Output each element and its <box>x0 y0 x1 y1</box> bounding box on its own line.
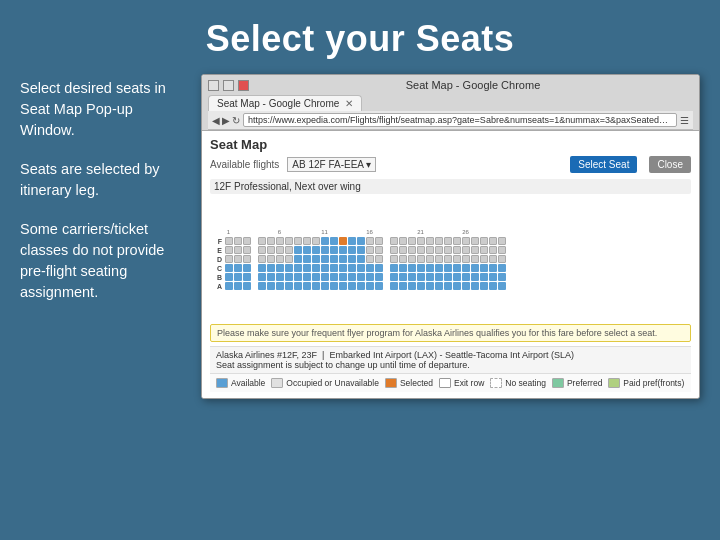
seat-cell[interactable] <box>339 255 347 263</box>
seat-cell[interactable] <box>426 282 434 290</box>
seat-cell[interactable] <box>366 273 374 281</box>
seat-cell[interactable] <box>462 246 470 254</box>
seat-cell[interactable] <box>462 273 470 281</box>
seat-cell[interactable] <box>435 273 443 281</box>
seat-cell[interactable] <box>303 237 311 245</box>
seat-cell[interactable] <box>243 237 251 245</box>
seat-cell[interactable] <box>321 237 329 245</box>
seat-cell[interactable] <box>321 264 329 272</box>
select-seat-button[interactable]: Select Seat <box>570 156 637 173</box>
seat-cell[interactable] <box>417 273 425 281</box>
seat-cell[interactable] <box>330 273 338 281</box>
flight-dropdown[interactable]: AB 12F FA-EEA ▾ <box>287 157 376 172</box>
seat-cell[interactable] <box>339 282 347 290</box>
seat-cell[interactable] <box>258 237 266 245</box>
seat-cell[interactable] <box>303 273 311 281</box>
seat-cell[interactable] <box>444 273 452 281</box>
seat-cell[interactable] <box>294 237 302 245</box>
url-bar[interactable]: https://www.expedia.com/Flights/flight/s… <box>243 113 677 127</box>
seat-cell[interactable] <box>225 237 233 245</box>
seat-cell[interactable] <box>417 264 425 272</box>
seat-cell[interactable] <box>330 246 338 254</box>
seat-cell[interactable] <box>498 273 506 281</box>
seat-cell[interactable] <box>498 246 506 254</box>
close-seatmap-button[interactable]: Close <box>649 156 691 173</box>
seat-cell[interactable] <box>357 246 365 254</box>
seat-cell[interactable] <box>489 273 497 281</box>
seat-cell[interactable] <box>435 282 443 290</box>
seat-cell[interactable] <box>480 237 488 245</box>
seat-cell[interactable] <box>375 282 383 290</box>
seat-cell[interactable] <box>234 282 242 290</box>
seat-cell[interactable] <box>489 282 497 290</box>
seat-cell[interactable] <box>348 255 356 263</box>
seat-cell[interactable] <box>225 264 233 272</box>
seat-cell[interactable] <box>462 264 470 272</box>
seat-cell[interactable] <box>225 246 233 254</box>
seat-cell[interactable] <box>426 273 434 281</box>
seat-cell[interactable] <box>225 273 233 281</box>
seat-cell[interactable] <box>312 246 320 254</box>
seat-cell[interactable] <box>303 282 311 290</box>
seat-cell[interactable] <box>399 246 407 254</box>
seat-cell[interactable] <box>444 282 452 290</box>
seat-cell[interactable] <box>471 273 479 281</box>
seat-cell[interactable] <box>321 255 329 263</box>
seat-cell[interactable] <box>303 255 311 263</box>
seat-cell[interactable] <box>399 282 407 290</box>
seat-cell[interactable] <box>243 273 251 281</box>
seat-cell[interactable] <box>471 264 479 272</box>
seat-cell[interactable] <box>348 246 356 254</box>
seat-cell[interactable] <box>399 264 407 272</box>
seat-cell[interactable] <box>435 255 443 263</box>
seat-cell[interactable] <box>285 246 293 254</box>
seat-cell[interactable] <box>390 264 398 272</box>
seat-cell[interactable] <box>453 237 461 245</box>
seat-cell[interactable] <box>453 282 461 290</box>
seat-cell[interactable] <box>426 255 434 263</box>
seat-cell[interactable] <box>294 273 302 281</box>
seat-cell[interactable] <box>348 282 356 290</box>
seat-cell[interactable] <box>417 246 425 254</box>
seat-cell[interactable] <box>453 264 461 272</box>
seat-cell[interactable] <box>426 246 434 254</box>
seat-cell[interactable] <box>276 255 284 263</box>
seat-cell[interactable] <box>489 264 497 272</box>
seat-cell[interactable] <box>339 237 347 245</box>
seat-cell[interactable] <box>426 264 434 272</box>
seat-cell[interactable] <box>285 273 293 281</box>
seat-cell[interactable] <box>408 282 416 290</box>
seat-cell[interactable] <box>312 255 320 263</box>
seat-cell[interactable] <box>357 264 365 272</box>
seat-cell[interactable] <box>258 246 266 254</box>
seat-cell[interactable] <box>375 264 383 272</box>
seat-cell[interactable] <box>234 237 242 245</box>
tab-close-icon[interactable]: ✕ <box>345 98 353 109</box>
seat-cell[interactable] <box>366 282 374 290</box>
seat-cell[interactable] <box>417 237 425 245</box>
seat-cell[interactable] <box>285 264 293 272</box>
seat-cell[interactable] <box>408 246 416 254</box>
reload-icon[interactable]: ↻ <box>232 115 240 126</box>
seat-cell[interactable] <box>444 264 452 272</box>
seat-cell[interactable] <box>285 255 293 263</box>
seat-cell[interactable] <box>276 264 284 272</box>
seat-cell[interactable] <box>462 282 470 290</box>
seat-cell[interactable] <box>426 237 434 245</box>
seat-cell[interactable] <box>462 255 470 263</box>
seat-cell[interactable] <box>435 264 443 272</box>
seat-cell[interactable] <box>390 255 398 263</box>
seat-cell[interactable] <box>348 264 356 272</box>
seat-cell[interactable] <box>276 246 284 254</box>
seat-cell[interactable] <box>375 255 383 263</box>
seat-cell[interactable] <box>444 255 452 263</box>
seat-cell[interactable] <box>357 237 365 245</box>
seat-cell[interactable] <box>243 264 251 272</box>
seat-cell[interactable] <box>330 264 338 272</box>
minimize-button[interactable] <box>208 80 219 91</box>
seat-cell[interactable] <box>312 264 320 272</box>
seat-cell[interactable] <box>417 282 425 290</box>
seat-cell[interactable] <box>357 282 365 290</box>
seat-cell[interactable] <box>375 237 383 245</box>
seat-cell[interactable] <box>234 246 242 254</box>
